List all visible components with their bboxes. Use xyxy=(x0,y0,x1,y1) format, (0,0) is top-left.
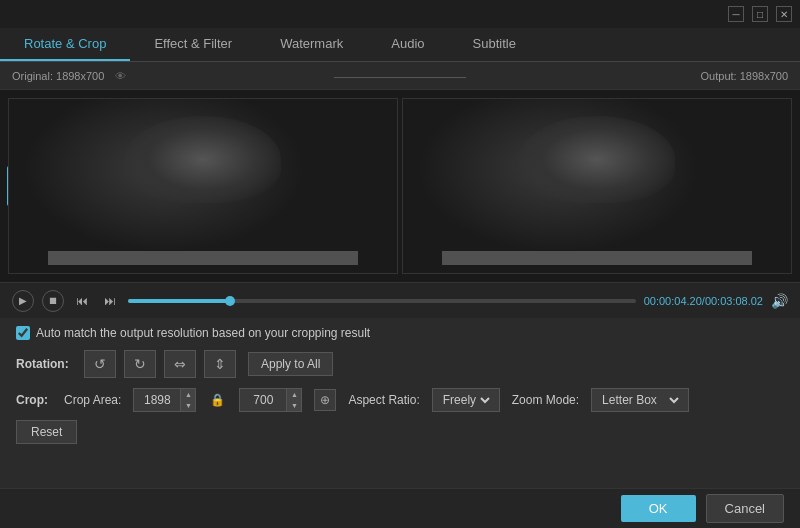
filename-display: ———————————— xyxy=(271,70,530,82)
crop-height-down[interactable]: ▼ xyxy=(287,400,301,411)
flip-vertical-button[interactable]: ⇕ xyxy=(204,350,236,378)
zoom-mode-select[interactable]: Letter Box Pan & Scan Full xyxy=(598,392,682,408)
progress-fill xyxy=(128,299,230,303)
video-frame-left xyxy=(8,98,398,274)
auto-match-row: Auto match the output resolution based o… xyxy=(16,326,784,340)
maximize-button[interactable]: □ xyxy=(752,6,768,22)
ok-button[interactable]: OK xyxy=(621,495,696,522)
video-content-left xyxy=(9,99,397,273)
time-display: 00:00:04.20/00:03:08.02 xyxy=(644,295,763,307)
minimize-button[interactable]: ─ xyxy=(728,6,744,22)
eye-icon[interactable]: 👁 xyxy=(115,70,126,82)
close-button[interactable]: ✕ xyxy=(776,6,792,22)
crop-width-up[interactable]: ▲ xyxy=(181,389,195,400)
controls-panel: Auto match the output resolution based o… xyxy=(0,318,800,452)
crop-center-button[interactable]: ⊕ xyxy=(314,389,336,411)
tab-effect-filter[interactable]: Effect & Filter xyxy=(130,28,256,61)
crop-area-label: Crop Area: xyxy=(64,393,121,407)
tab-audio[interactable]: Audio xyxy=(367,28,448,61)
auto-match-checkbox[interactable] xyxy=(16,326,30,340)
title-bar: ─ □ ✕ xyxy=(0,0,800,28)
info-bar: Original: 1898x700 👁 ———————————— Output… xyxy=(0,62,800,90)
rotation-label: Rotation: xyxy=(16,357,76,371)
apply-all-button[interactable]: Apply to All xyxy=(248,352,333,376)
timeline-bar: ▶ ⏹ ⏮ ⏭ 00:00:04.20/00:03:08.02 🔊 xyxy=(0,282,800,318)
rotation-row: Rotation: ↺ ↻ ⇔ ⇕ Apply to All xyxy=(16,350,784,378)
tab-watermark[interactable]: Watermark xyxy=(256,28,367,61)
play-button[interactable]: ▶ xyxy=(12,290,34,312)
next-frame-button[interactable]: ⏭ xyxy=(100,294,120,308)
progress-track[interactable] xyxy=(128,299,636,303)
output-resolution: Output: 1898x700 xyxy=(529,70,788,82)
tab-subtitle[interactable]: Subtitle xyxy=(449,28,540,61)
progress-thumb[interactable] xyxy=(225,296,235,306)
zoom-mode-dropdown[interactable]: Letter Box Pan & Scan Full xyxy=(591,388,689,412)
rotate-cw-button[interactable]: ↻ xyxy=(124,350,156,378)
reset-button[interactable]: Reset xyxy=(16,420,77,444)
reset-row: Reset xyxy=(16,420,784,444)
aspect-ratio-dropdown[interactable]: Freely 16:9 4:3 1:1 xyxy=(432,388,500,412)
crop-width-input[interactable] xyxy=(134,393,180,407)
rotate-ccw-button[interactable]: ↺ xyxy=(84,350,116,378)
lock-icon[interactable]: 🔒 xyxy=(210,393,225,407)
crop-height-up[interactable]: ▲ xyxy=(287,389,301,400)
auto-match-label: Auto match the output resolution based o… xyxy=(36,326,370,340)
video-frame-right xyxy=(402,98,792,274)
cancel-button[interactable]: Cancel xyxy=(706,494,784,523)
aspect-ratio-select[interactable]: Freely 16:9 4:3 1:1 xyxy=(439,392,493,408)
crop-row: Crop: Crop Area: ▲ ▼ 🔒 ▲ ▼ ⊕ Aspect Rati… xyxy=(16,388,784,412)
subtitle-overlay-left xyxy=(48,251,358,265)
tab-rotate-crop[interactable]: Rotate & Crop xyxy=(0,28,130,61)
subtitle-overlay-right xyxy=(442,251,752,265)
crop-height-input[interactable] xyxy=(240,393,286,407)
crop-height-input-wrap: ▲ ▼ xyxy=(239,388,302,412)
crop-width-input-wrap: ▲ ▼ xyxy=(133,388,196,412)
zoom-mode-label: Zoom Mode: xyxy=(512,393,579,407)
crop-width-down[interactable]: ▼ xyxy=(181,400,195,411)
flip-horizontal-button[interactable]: ⇔ xyxy=(164,350,196,378)
crop-width-spinners: ▲ ▼ xyxy=(180,389,195,411)
original-resolution: Original: 1898x700 👁 xyxy=(12,70,271,82)
bottom-bar: OK Cancel xyxy=(0,488,800,528)
preview-area xyxy=(0,90,800,282)
stop-button[interactable]: ⏹ xyxy=(42,290,64,312)
video-content-right xyxy=(403,99,791,273)
prev-frame-button[interactable]: ⏮ xyxy=(72,294,92,308)
volume-icon[interactable]: 🔊 xyxy=(771,293,788,309)
crop-label: Crop: xyxy=(16,393,52,407)
crop-height-spinners: ▲ ▼ xyxy=(286,389,301,411)
aspect-ratio-label: Aspect Ratio: xyxy=(348,393,419,407)
tab-bar: Rotate & Crop Effect & Filter Watermark … xyxy=(0,28,800,62)
